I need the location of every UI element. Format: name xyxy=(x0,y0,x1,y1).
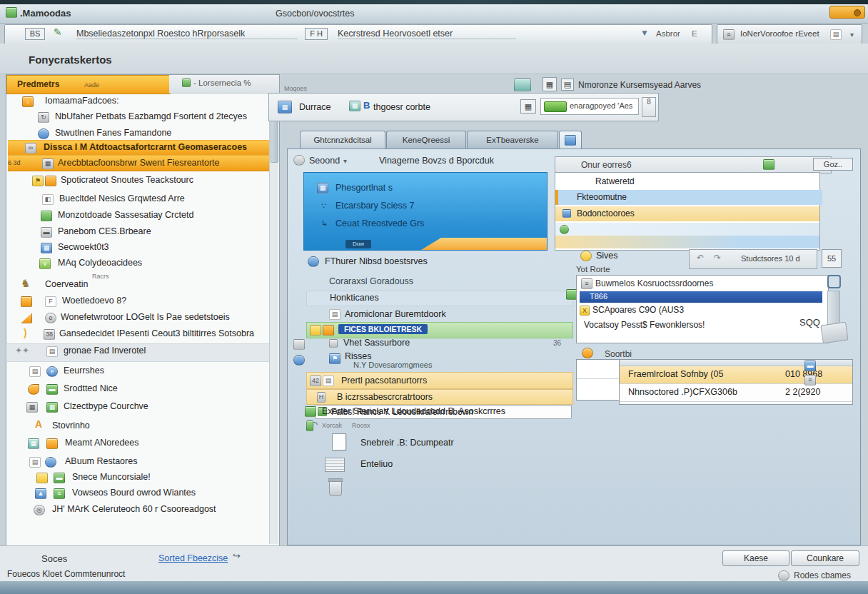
tool-durrace[interactable]: Durrace xyxy=(299,102,330,112)
explorer-selected-chip[interactable]: FICES BKLOIETRESK xyxy=(338,324,428,334)
explorer-row-tan[interactable]: 42 ▤ Prertl pacsotanurtorrs xyxy=(306,372,573,389)
table-row[interactable]: Nhnsoctored .P)CFXG306b 2 2(2920 xyxy=(620,384,852,402)
footer-right-status: Rodes cbames xyxy=(794,570,851,580)
tree-item[interactable]: Stwutlnen Fanes Famandone xyxy=(55,128,171,138)
counkare-button[interactable]: Counkare xyxy=(791,550,859,566)
tree-item[interactable]: Stovrinho xyxy=(52,421,90,431)
export-item[interactable]: Enteliuo xyxy=(360,459,393,469)
document-page-icon[interactable] xyxy=(332,433,346,450)
tree-header-right[interactable]: - Lorsernecia % xyxy=(169,75,279,94)
explorer-row-green[interactable]: FICES BKLOIETRESK xyxy=(306,322,573,338)
tree-item[interactable]: Woetledoevo 8? xyxy=(62,296,126,306)
table-icon: ▦ xyxy=(349,101,360,111)
pencil-icon[interactable]: ✎ xyxy=(54,26,62,38)
window-control-button[interactable] xyxy=(829,6,865,19)
tab-predmetrs[interactable]: Predmetrs Aade xyxy=(6,75,171,94)
tool-goesr[interactable]: thgoesr corbte xyxy=(373,102,430,112)
tree-item[interactable]: Wonefetwrotoor LOGelt Is Pae sedetstoeis xyxy=(61,312,230,322)
tree-item[interactable]: Buecltdel Nesics Grqwtesd Arre xyxy=(59,193,185,203)
tree-item-selected[interactable]: Dissca I M Atdtoactsafortcrarnt Geomaser… xyxy=(44,142,247,152)
box-icon xyxy=(46,438,58,449)
explorer-group[interactable]: Coraraxsl Goradouss xyxy=(329,276,413,286)
spinner-control[interactable]: 8 xyxy=(642,97,656,117)
badge-55-button[interactable]: 55 xyxy=(822,249,842,268)
tab-general[interactable]: Ghtcnnzkdcitsal xyxy=(300,131,385,149)
tree-item[interactable]: Coerveatin xyxy=(45,279,88,289)
record-selector[interactable]: Seoond xyxy=(309,156,340,166)
box-icon xyxy=(45,176,56,186)
user-icon xyxy=(293,339,305,350)
trash-icon[interactable] xyxy=(329,480,342,496)
list-row[interactable]: Bodonctooroes xyxy=(555,206,819,221)
redo-icon[interactable]: ↷ xyxy=(714,253,721,263)
toolbar-field-1[interactable]: Mbseliedaszetonpxl Roestco hRrporsaselk xyxy=(76,29,298,39)
tree-item[interactable]: Snece Muncorsiale! xyxy=(72,472,151,482)
menu-item[interactable]: Gsocbon/ovocstrtes xyxy=(276,9,354,19)
sorted-link[interactable]: Sorted Fbeezcise xyxy=(158,553,228,563)
printer-icon[interactable] xyxy=(514,79,531,91)
undo-icon[interactable]: ↶ xyxy=(697,253,704,263)
tree-item[interactable]: gronae Fad Inverotel xyxy=(64,346,146,356)
kaese-button[interactable]: Kaese xyxy=(722,550,789,566)
tree-item[interactable]: Vowseos Bourd owrod Wiantes xyxy=(72,488,196,498)
blue-panel-item[interactable]: Phesgortlnat s xyxy=(335,183,393,193)
tree-item[interactable]: ABuum Restaores xyxy=(65,456,137,466)
tree-item[interactable]: MAq Colydeoacidees xyxy=(58,258,142,268)
tree-item[interactable]: Monzotdoade Sassesatiay Crctetd xyxy=(58,210,193,220)
view-selector-value: IoNerVoroofoe rEveet xyxy=(740,29,819,38)
bs-button[interactable]: BS xyxy=(25,28,45,40)
panel-icon[interactable]: ▬ xyxy=(804,361,816,371)
table-row[interactable]: Fraemlrcloat Sofnby (05 010 8968 xyxy=(620,366,852,384)
import-icon: ↓ xyxy=(22,96,34,107)
status-gear-icon xyxy=(778,570,789,581)
tree-item[interactable]: Meamt ANoredees xyxy=(65,438,139,448)
pencil-arrow-icon[interactable]: ↪ xyxy=(233,550,241,561)
tree-item[interactable]: IomaamaFadcoes: xyxy=(45,96,119,106)
window-title: .Mamoodas xyxy=(20,8,71,19)
tab-extbeaverske[interactable]: ExTbeaverske xyxy=(467,131,558,149)
stack-icon[interactable] xyxy=(325,458,345,472)
explorer-row[interactable]: Vhet Sassurbore xyxy=(343,338,410,348)
engaged-dropdown[interactable]: enaragpoyed 'Aes xyxy=(540,98,639,115)
engaged-dropdown-value: enaragpoyed 'Aes xyxy=(570,101,632,110)
blue-panel-item[interactable]: Etcarsbary Sciess 7 xyxy=(335,201,414,211)
matrix-icon[interactable]: ▦ xyxy=(520,99,536,114)
tree-item-selected[interactable]: Arecbbtacfoonsbrwr Swent Fiesreantorte xyxy=(58,158,220,168)
blue-panel-tab[interactable]: Duw xyxy=(345,240,371,248)
tree-item[interactable]: Spoticrateot Snoutes Teackstourc xyxy=(61,175,193,185)
fh-icon-pair[interactable]: F H xyxy=(305,28,328,40)
tree-scrollbar[interactable] xyxy=(269,94,278,544)
tree-item[interactable]: Srodtted Nice xyxy=(64,383,118,393)
saves-row[interactable]: Vocatsoy Pesst$ Fewonklersos! xyxy=(584,320,705,330)
sheet-icon[interactable]: ▤ xyxy=(561,79,574,91)
goz-button[interactable]: Goz.. xyxy=(813,158,853,171)
grid-view-icon[interactable]: ▦ xyxy=(542,77,557,91)
blue-panel-item[interactable]: Ceuat Rreostvede Grs xyxy=(335,218,424,228)
explorer-row-tan[interactable]: H B iczrssabescrcratrtoors xyxy=(306,389,573,405)
goz-label: Goz.. xyxy=(824,160,842,168)
tree-item[interactable]: Gansedecidet IPesenti Ceout3 biltitirres… xyxy=(59,328,254,338)
filter-label[interactable]: Asbror xyxy=(656,29,680,38)
explorer-row[interactable]: Aromiclonar Buremtdoork xyxy=(345,309,446,319)
saves-toolbar-label[interactable]: Studctsores 10 d xyxy=(741,254,800,263)
tree-item[interactable]: JH' MArK Celeruteoch 60 r Csooreadgost xyxy=(52,504,216,514)
list-row[interactable]: Ratweretd xyxy=(555,174,819,188)
tree-item[interactable]: NbUfaher Petbats Eazbamgd Fsortent d 2te… xyxy=(55,111,247,121)
saves-row-label: T866 xyxy=(590,292,607,301)
tab-keneqreessi[interactable]: KeneQreessi xyxy=(386,131,466,149)
view-selector-dropdown[interactable]: ≡ IoNerVoroofoe rEveet ▤ ▾ xyxy=(717,24,862,44)
explorer-row[interactable]: Risses xyxy=(345,351,372,361)
list-view-icon: ≡ xyxy=(723,29,735,40)
tree-item[interactable]: Panebom CES.Brbeare xyxy=(58,226,151,236)
export-item[interactable]: Snebreir .B: Dcumpeatr xyxy=(360,438,454,448)
saves-row[interactable]: SCApoares C9O (AUS3 xyxy=(592,305,684,315)
tree-item[interactable]: Secwoekt0t3 xyxy=(58,242,109,252)
tree-item[interactable]: Clzectbype Courchve xyxy=(64,401,148,411)
spinner-value: 8 xyxy=(647,98,651,106)
saves-row-selected[interactable]: T866 xyxy=(580,291,822,303)
toolbar-field-2[interactable]: Kecrstresd Heorvosoetl etser xyxy=(338,29,516,39)
list-row-selected[interactable]: Fkteoomutne xyxy=(555,190,822,205)
tab-device[interactable] xyxy=(559,131,582,149)
tree-item[interactable]: Eeurrshes xyxy=(64,366,104,376)
filter-funnel-icon[interactable]: ▼ xyxy=(640,28,649,38)
